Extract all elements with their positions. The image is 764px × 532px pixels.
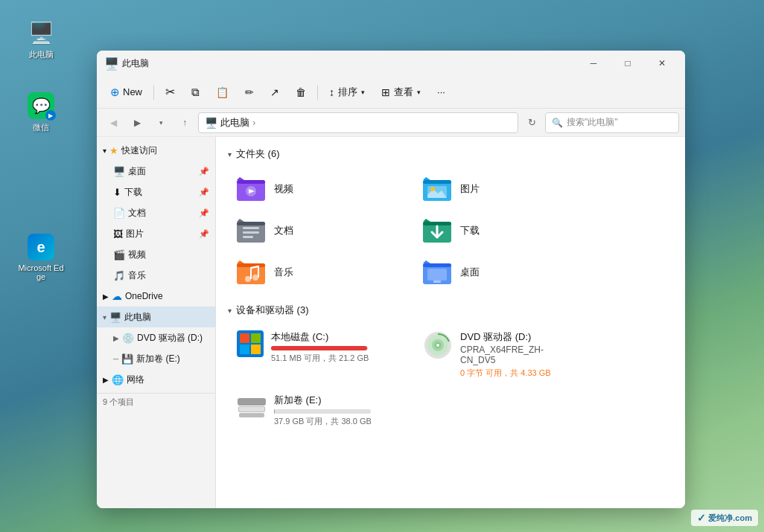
svg-rect-9 — [237, 222, 265, 225]
forward-button[interactable]: ▶ — [127, 112, 147, 133]
drive-c[interactable]: 本地磁盘 (C:) 51.1 MB 可用，共 21.2 GB — [231, 326, 395, 383]
sidebar-pictures-icon: 🖼 — [113, 228, 123, 240]
desktop: 🖥️ 此电脑 💬 ▶ 微信 e Microsoft Edge 🖥️ 此电脑 ─ … — [0, 0, 764, 532]
sidebar-item-desktop[interactable]: 🖥️ 桌面 📌 — [97, 161, 215, 182]
more-button[interactable]: ··· — [430, 80, 453, 104]
drive-c-size: 51.1 MB 可用，共 21.2 GB — [271, 353, 389, 364]
address-bar: ◀ ▶ ▾ ↑ 🖥️ 此电脑 › ↻ 🔍 搜索"此电脑" — [97, 109, 685, 137]
svg-rect-25 — [240, 333, 249, 343]
rename-icon: ✏ — [245, 86, 254, 98]
svg-point-7 — [430, 187, 435, 191]
delete-icon: 🗑 — [296, 86, 306, 98]
folder-desktop[interactable]: 桌面 — [417, 253, 581, 292]
svg-rect-5 — [423, 180, 451, 184]
drive-e-info: 新加卷 (E:) 37.9 GB 可用，共 38.0 GB — [274, 394, 389, 427]
refresh-button[interactable]: ↻ — [521, 112, 542, 133]
this-pc-expand: ▾ — [103, 313, 106, 321]
sidebar-this-pc-label: 此电脑 — [124, 311, 209, 324]
sidebar-item-newvol[interactable]: ─ 💾 新加卷 (E:) — [97, 348, 215, 369]
sidebar-newvol-label: 新加卷 (E:) — [136, 353, 209, 365]
wechat-label: 微信 — [33, 122, 49, 133]
sidebar-item-dvd[interactable]: ▶ 💿 DVD 驱动器 (D:) — [97, 327, 215, 348]
edge-label: Microsoft Edge — [18, 263, 64, 281]
watermark: ✓ 爱纯净.com — [691, 510, 758, 526]
sidebar-videos-label: 视频 — [128, 249, 209, 261]
folder-download[interactable]: 下载 — [417, 211, 581, 250]
close-button[interactable]: ✕ — [645, 51, 679, 76]
svg-rect-27 — [240, 344, 249, 354]
svg-rect-1 — [237, 180, 265, 184]
desktop-icon-wechat[interactable]: 💬 ▶ 微信 — [15, 88, 67, 136]
quick-access-header[interactable]: ▾ ★ 快速访问 — [97, 140, 215, 161]
svg-rect-21 — [423, 263, 451, 267]
svg-rect-37 — [239, 413, 264, 417]
sidebar-item-videos[interactable]: 🎬 视频 — [97, 244, 215, 265]
folders-section-header[interactable]: ▾ 文件夹 (6) — [228, 147, 673, 161]
network-icon: 🌐 — [112, 374, 124, 385]
up-button[interactable]: ↑ — [174, 112, 195, 133]
this-pc-label: 此电脑 — [29, 49, 54, 60]
new-button[interactable]: ⊕ New — [103, 80, 150, 104]
sort-dropdown-icon: ▾ — [361, 89, 365, 96]
folders-grid: 视频 — [231, 170, 673, 292]
folder-music[interactable]: 音乐 — [231, 253, 395, 292]
search-placeholder: 搜索"此电脑" — [567, 116, 618, 129]
sidebar-item-documents[interactable]: 📄 文档 📌 — [97, 202, 215, 223]
svg-point-17 — [245, 276, 251, 282]
maximize-button[interactable]: □ — [611, 51, 645, 76]
copy-button[interactable]: ⧉ — [184, 80, 207, 104]
onedrive-icon: ☁ — [112, 290, 122, 302]
sidebar-item-this-pc[interactable]: ▾ 🖥️ 此电脑 — [97, 307, 215, 327]
quick-access-label: 快速访问 — [121, 144, 157, 157]
drive-d-size: 0 字节 可用，共 4.33 GB — [460, 368, 575, 379]
drive-d-name: DVD 驱动器 (D:) — [460, 330, 575, 344]
folder-picture[interactable]: 图片 — [417, 170, 581, 208]
rename-button[interactable]: ✏ — [238, 80, 261, 104]
share-button[interactable]: ↗ — [263, 80, 287, 104]
sidebar-item-downloads[interactable]: ⬇ 下载 📌 — [97, 182, 215, 202]
sort-label: 排序 — [338, 86, 357, 99]
onedrive-header[interactable]: ▶ ☁ OneDrive — [97, 286, 215, 307]
view-icon: ⊞ — [381, 86, 390, 98]
back-button[interactable]: ◀ — [103, 112, 124, 133]
path-text: 此电脑 — [220, 116, 249, 129]
onedrive-arrow: ▶ — [103, 292, 109, 301]
delete-button[interactable]: 🗑 — [288, 80, 313, 104]
paste-button[interactable]: 📋 — [208, 80, 236, 104]
sidebar-dvd-icon: 💿 — [122, 333, 134, 344]
recent-button[interactable]: ▾ — [150, 112, 171, 133]
view-button[interactable]: ⊞ 查看 ▾ — [374, 80, 428, 104]
desktop-icon-this-pc[interactable]: 🖥️ 此电脑 — [15, 15, 67, 63]
svg-rect-28 — [251, 344, 261, 354]
sidebar-item-pictures[interactable]: 🖼 图片 📌 — [97, 223, 215, 244]
share-icon: ↗ — [270, 86, 279, 98]
drives-section-header[interactable]: ▾ 设备和驱动器 (3) — [228, 304, 673, 317]
sort-icon: ↕ — [329, 86, 334, 98]
new-plus-icon: ⊕ — [110, 86, 120, 99]
quick-access-arrow: ▾ — [103, 147, 106, 155]
dvd-expand: ▶ — [113, 334, 119, 342]
desktop-icon-edge[interactable]: e Microsoft Edge — [15, 229, 67, 284]
download-folder-icon — [423, 216, 453, 246]
content-area: ▾ ★ 快速访问 🖥️ 桌面 📌 ⬇ 下载 📌 📄 文档 📌 — [97, 137, 685, 508]
drive-e[interactable]: 新加卷 (E:) 37.9 GB 可用，共 38.0 GB — [231, 389, 395, 432]
window-icon: 🖥️ — [106, 57, 118, 69]
this-pc-icon: 🖥️ — [26, 18, 56, 48]
drive-e-size: 37.9 GB 可用，共 38.0 GB — [274, 416, 389, 427]
sort-button[interactable]: ↕ 排序 ▾ — [322, 80, 372, 104]
search-box[interactable]: 🔍 搜索"此电脑" — [545, 112, 679, 133]
folder-docs[interactable]: 文档 — [231, 211, 395, 250]
folder-video[interactable]: 视频 — [231, 170, 395, 208]
network-header[interactable]: ▶ 🌐 网络 — [97, 369, 215, 390]
address-path[interactable]: 🖥️ 此电脑 › — [198, 112, 518, 133]
svg-rect-14 — [423, 222, 451, 225]
svg-rect-16 — [237, 263, 265, 267]
onedrive-label: OneDrive — [125, 291, 163, 301]
picture-folder-icon — [423, 174, 453, 204]
desktop-folder-icon — [423, 257, 453, 287]
sidebar-item-music[interactable]: 🎵 音乐 — [97, 265, 215, 286]
drive-d[interactable]: DVD 驱动器 (D:) CPRA_X64FRE_ZH-CN_DV5 0 字节 … — [417, 326, 581, 383]
sidebar-pictures-pin: 📌 — [199, 229, 209, 239]
minimize-button[interactable]: ─ — [576, 51, 611, 76]
cut-button[interactable]: ✂ — [158, 80, 182, 104]
